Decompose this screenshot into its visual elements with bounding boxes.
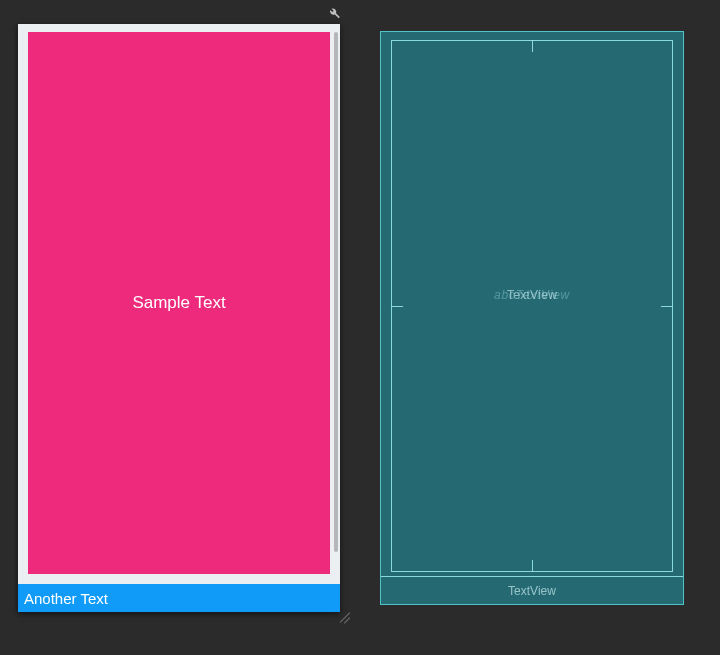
textview-sample-label: Sample Text bbox=[132, 293, 225, 313]
preview-scrollbar[interactable] bbox=[334, 32, 338, 552]
design-surface[interactable]: Sample Text Another Text bbox=[18, 24, 340, 612]
blueprint-textview-bottom[interactable]: TextView bbox=[381, 576, 683, 604]
blueprint-surface[interactable]: abcTextView TextView TextView bbox=[380, 31, 684, 605]
resize-handle[interactable] bbox=[338, 610, 352, 624]
blueprint-main-label: TextView bbox=[507, 288, 557, 302]
layout-editor: Sample Text Another Text abcTextView Tex… bbox=[18, 24, 702, 637]
wrench-icon[interactable] bbox=[327, 6, 341, 20]
blueprint-bottom-label: TextView bbox=[508, 584, 556, 598]
blueprint-textview-main[interactable]: abcTextView TextView bbox=[391, 40, 673, 572]
textview-another[interactable]: Another Text bbox=[18, 584, 340, 612]
textview-sample[interactable]: Sample Text bbox=[28, 32, 330, 574]
textview-another-label: Another Text bbox=[24, 590, 108, 607]
